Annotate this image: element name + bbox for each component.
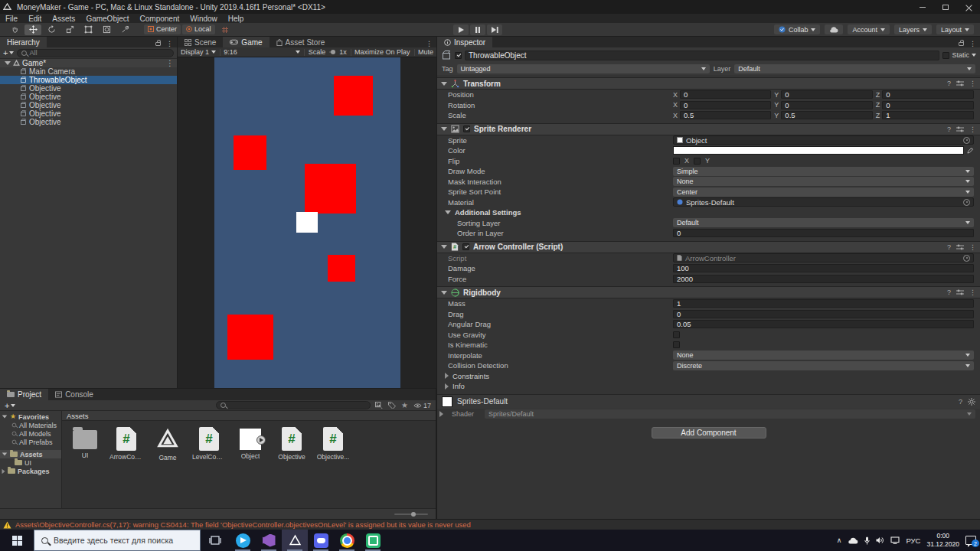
hand-tool-icon[interactable] xyxy=(6,24,23,35)
display-dropdown[interactable]: Display 1 xyxy=(181,48,216,56)
menu-file[interactable]: File xyxy=(0,15,23,23)
order-in-layer-field[interactable]: 0 xyxy=(673,229,974,237)
add-object-button[interactable]: + xyxy=(3,48,14,57)
flip-x-checkbox[interactable] xyxy=(673,158,680,165)
foldout-open-icon[interactable] xyxy=(441,291,447,295)
asset-object-sprite[interactable]: Object xyxy=(235,427,266,508)
account-button[interactable]: Account xyxy=(848,24,890,34)
transform-header[interactable]: Transform ? ⋮ xyxy=(437,77,980,90)
sprite-sort-point-dropdown[interactable]: Center xyxy=(673,187,974,197)
move-tool-icon[interactable] xyxy=(24,24,41,35)
mask-interaction-dropdown[interactable]: None xyxy=(673,177,974,186)
help-icon[interactable]: ? xyxy=(947,126,951,133)
gameobject-name-field[interactable]: ThrowableObject xyxy=(465,51,939,60)
notification-center-icon[interactable]: 2 xyxy=(965,536,976,545)
sprite-object-field[interactable]: Object xyxy=(673,135,974,145)
scene-row[interactable]: Game* ⋮ xyxy=(0,59,177,67)
object-picker-icon[interactable] xyxy=(963,137,970,144)
asset-objective-script[interactable]: # Objective xyxy=(276,427,307,508)
taskbar-search[interactable] xyxy=(34,530,201,551)
presets-icon[interactable] xyxy=(956,126,964,132)
foldout-closed-icon[interactable] xyxy=(439,411,443,417)
packages-row[interactable]: Packages xyxy=(0,467,61,475)
pause-button[interactable] xyxy=(470,24,485,35)
icon-size-slider[interactable] xyxy=(394,514,428,515)
damage-field[interactable]: 100 xyxy=(673,264,974,272)
layers-button[interactable]: Layers xyxy=(894,24,932,34)
help-icon[interactable]: ? xyxy=(959,398,962,406)
ui-folder-row[interactable]: UI xyxy=(0,458,61,467)
tab-project[interactable]: Project xyxy=(0,389,48,400)
kebab-menu-icon[interactable]: ⋮ xyxy=(969,126,976,133)
project-search-input[interactable] xyxy=(216,401,371,409)
maximize-on-play-button[interactable]: Maximize On Play xyxy=(354,48,410,56)
network-icon[interactable] xyxy=(890,536,900,544)
rotate-tool-icon[interactable] xyxy=(43,24,60,35)
kebab-menu-icon[interactable]: ⋮ xyxy=(166,59,177,67)
cloud-button[interactable] xyxy=(825,24,843,34)
asset-arrowcontroller-script[interactable]: # ArrowCont... xyxy=(111,427,142,508)
search-by-label-icon[interactable] xyxy=(388,402,396,409)
interpolate-dropdown[interactable]: None xyxy=(673,350,974,360)
step-button[interactable] xyxy=(487,24,502,35)
asset-levelcontroller-script[interactable]: # LevelCont... xyxy=(194,427,224,508)
scale-slider[interactable] xyxy=(329,51,335,53)
onedrive-cloud-icon[interactable] xyxy=(848,537,858,544)
close-button[interactable] xyxy=(957,0,980,14)
taskbar-app-telegram[interactable] xyxy=(230,530,256,551)
foldout-open-icon[interactable] xyxy=(441,245,447,249)
asset-objectivecontroller-script[interactable]: # Objective... xyxy=(318,427,348,508)
rotation-z-field[interactable]: 0 xyxy=(882,101,974,109)
gameobject-icon[interactable] xyxy=(441,50,452,60)
all-materials-row[interactable]: All Materials xyxy=(0,421,61,429)
help-icon[interactable]: ? xyxy=(947,289,951,296)
status-bar[interactable]: Assets\ObjectiveController.cs(7,17): war… xyxy=(0,519,980,530)
component-enabled-checkbox[interactable] xyxy=(463,126,470,132)
position-x-field[interactable]: 0 xyxy=(680,90,771,99)
lock-icon[interactable] xyxy=(155,42,161,46)
microphone-icon[interactable] xyxy=(864,536,870,545)
lock-icon[interactable] xyxy=(959,42,964,46)
foldout-open-icon[interactable] xyxy=(441,82,447,86)
tag-dropdown[interactable]: Untagged xyxy=(457,64,710,73)
preview-play-icon[interactable] xyxy=(256,435,266,445)
taskbar-app-discord[interactable] xyxy=(308,530,334,551)
taskbar-app-unity[interactable] xyxy=(282,530,308,551)
info-foldout[interactable]: Info xyxy=(437,381,980,392)
menu-assets[interactable]: Assets xyxy=(47,15,80,23)
active-checkbox[interactable] xyxy=(455,52,462,59)
hidden-packages-toggle[interactable]: 17 xyxy=(413,402,431,409)
menu-edit[interactable]: Edit xyxy=(23,15,47,23)
kebab-menu-icon[interactable]: ⋮ xyxy=(969,243,976,251)
kebab-menu-icon[interactable]: ⋮ xyxy=(969,40,976,47)
kebab-menu-icon[interactable]: ⋮ xyxy=(969,80,976,87)
menu-help[interactable]: Help xyxy=(223,15,250,23)
script-object-field[interactable]: ArrowController xyxy=(673,253,974,262)
custom-tool-icon[interactable] xyxy=(116,24,133,35)
collision-detection-dropdown[interactable]: Discrete xyxy=(673,361,974,370)
use-gravity-checkbox[interactable] xyxy=(673,331,680,338)
taskbar-app-visual-studio[interactable] xyxy=(256,530,282,551)
presets-icon[interactable] xyxy=(956,80,964,86)
play-button[interactable] xyxy=(453,24,469,35)
static-toggle[interactable]: Static xyxy=(942,51,976,59)
clock[interactable]: 0:00 31.12.2020 xyxy=(926,532,959,549)
kebab-menu-icon[interactable]: ⋮ xyxy=(166,40,173,47)
taskbar-app-green[interactable] xyxy=(360,530,386,551)
start-button[interactable] xyxy=(0,530,34,551)
game-viewport[interactable] xyxy=(214,57,400,388)
presets-icon[interactable] xyxy=(956,244,964,250)
asset-ui-folder[interactable]: UI xyxy=(70,427,100,508)
collab-button[interactable]: Collab xyxy=(774,24,821,34)
sprite-renderer-header[interactable]: Sprite Renderer ? ⋮ xyxy=(437,123,980,135)
rotation-x-field[interactable]: 0 xyxy=(680,101,771,109)
transform-combined-tool-icon[interactable] xyxy=(98,24,115,35)
maximize-button[interactable] xyxy=(934,0,957,14)
object-picker-icon[interactable] xyxy=(963,199,970,206)
arrow-controller-header[interactable]: # Arrow Controller (Script) ? ⋮ xyxy=(437,241,980,253)
mute-button[interactable]: Mute xyxy=(418,48,433,56)
eyedropper-icon[interactable] xyxy=(967,147,974,154)
hierarchy-item-objective[interactable]: Objective xyxy=(0,109,177,118)
assets-folder-row[interactable]: Assets xyxy=(0,450,61,458)
language-indicator[interactable]: РУС xyxy=(906,536,920,545)
